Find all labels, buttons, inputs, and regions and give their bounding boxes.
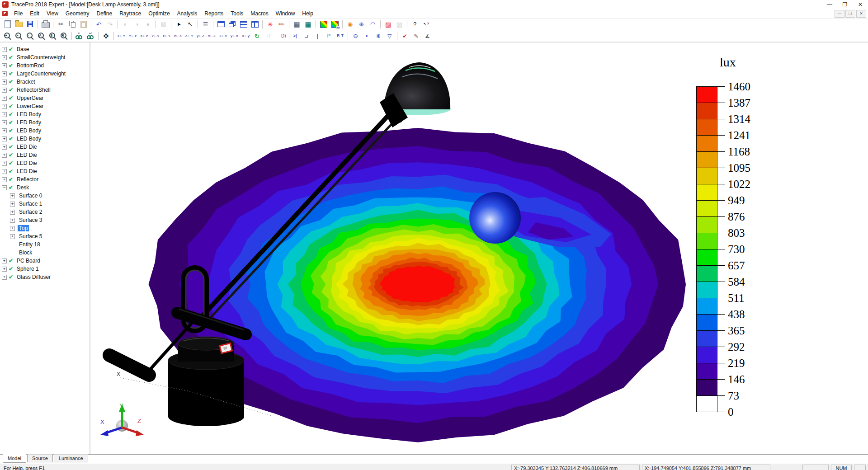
insert-reflector-button[interactable]: ◑: [132, 19, 142, 29]
sphere-object[interactable]: [469, 192, 521, 244]
zoom-in-button[interactable]: +: [2, 31, 13, 41]
tree-item-label[interactable]: LED Die: [15, 152, 38, 158]
restore-button[interactable]: ❐: [837, 0, 853, 9]
tree-item-bottomrod[interactable]: +✔BottomRod: [0, 61, 90, 70]
visibility-check-icon[interactable]: ✔: [9, 136, 15, 142]
tree-expander[interactable]: +: [2, 145, 7, 150]
tree-item-label[interactable]: Reflector: [15, 176, 40, 183]
tree-item-top[interactable]: +Top: [0, 224, 90, 232]
tree-item-block[interactable]: +Block: [0, 249, 90, 257]
view-orient-4-button[interactable]: Y∟x: [150, 31, 160, 41]
paste-button[interactable]: [78, 19, 89, 29]
irradiance-map-button[interactable]: [318, 19, 329, 29]
tree-item-led-die[interactable]: +✔LED Die: [0, 159, 90, 167]
menu-geometry[interactable]: Geometry: [62, 9, 93, 18]
mdi-control-0[interactable]: —: [835, 10, 844, 18]
tile-horizontal-button[interactable]: [238, 19, 249, 29]
zoom-all-button[interactable]: A: [36, 31, 47, 41]
edit-annotate-button[interactable]: ✎: [411, 31, 421, 41]
view-orient-8-button[interactable]: y∟Z: [195, 31, 206, 41]
tree-item-sphere-1[interactable]: +✔Sphere 1: [0, 265, 90, 273]
tree-item-label[interactable]: Surface 0: [18, 193, 43, 199]
tab-model[interactable]: Model: [3, 454, 26, 463]
tree-item-led-body[interactable]: +✔LED Body: [0, 127, 90, 135]
view-orient-3-button[interactable]: X∟z: [139, 31, 149, 41]
visibility-check-icon[interactable]: ✔: [9, 152, 15, 158]
tree-item-label[interactable]: Bracket: [15, 79, 37, 85]
view-orient-10-button[interactable]: Z∟x: [218, 31, 228, 41]
ray-display-1-button[interactable]: D⟩: [278, 31, 289, 41]
zoom-out-button[interactable]: −: [14, 31, 24, 41]
copy-button[interactable]: [67, 19, 77, 29]
save-file-button[interactable]: [25, 19, 35, 29]
grid-map-button[interactable]: ▦: [303, 19, 313, 29]
tree-item-led-body[interactable]: +✔LED Body: [0, 118, 90, 127]
visibility-check-icon[interactable]: ✔: [9, 87, 15, 93]
visibility-check-icon[interactable]: ✔: [9, 119, 15, 126]
tree-item-desk[interactable]: −✔Desk: [0, 183, 90, 192]
tree-expander[interactable]: +: [2, 96, 7, 101]
view-orient-6-button[interactable]: z∟X: [173, 31, 183, 41]
tree-item-label[interactable]: LED Body: [15, 136, 42, 142]
tree-item-led-body[interactable]: +✔LED Body: [0, 135, 90, 143]
tree-expander[interactable]: +: [10, 226, 15, 231]
visibility-check-icon[interactable]: ✔: [9, 266, 15, 272]
tree-item-surface-0[interactable]: +Surface 0: [0, 192, 90, 200]
profile-plot-button[interactable]: ◠: [368, 19, 378, 29]
tree-item-smallcounterweight[interactable]: +✔SmallCounterweight: [0, 53, 90, 61]
tree-item-label[interactable]: Block: [18, 249, 33, 256]
tile-vertical-button[interactable]: [250, 19, 260, 29]
menu-optimize[interactable]: Optimize: [145, 9, 173, 18]
tree-expander[interactable]: +: [2, 120, 7, 125]
tree-item-label[interactable]: ReflectorShell: [15, 87, 52, 93]
tree-item-surface-1[interactable]: +Surface 1: [0, 200, 90, 208]
tree-expander[interactable]: +: [2, 128, 7, 133]
tree-item-led-die[interactable]: +✔LED Die: [0, 151, 90, 159]
tree-expander[interactable]: +: [2, 80, 7, 85]
visibility-check-icon[interactable]: ✔: [9, 274, 15, 280]
tree-item-lowergear[interactable]: +✔LowerGear: [0, 102, 90, 110]
context-help-button[interactable]: ↖?: [421, 19, 431, 29]
visibility-check-icon[interactable]: ✔: [9, 258, 15, 264]
raytrace-start-button[interactable]: ✳: [265, 19, 275, 29]
tree-item-reflector[interactable]: +✔Reflector: [0, 175, 90, 183]
view-orient-5-button[interactable]: z∟Y: [161, 31, 172, 41]
mdi-control-2[interactable]: ✕: [856, 10, 866, 18]
cut-button[interactable]: ✂: [56, 19, 66, 29]
visibility-check-icon[interactable]: ✔: [9, 79, 15, 85]
tree-expander[interactable]: +: [10, 234, 15, 239]
tree-expander[interactable]: +: [10, 193, 15, 198]
zoom-window-button[interactable]: ▫: [25, 31, 35, 41]
tree-item-label[interactable]: SmallCounterweight: [15, 54, 66, 61]
tree-item-pc-board[interactable]: +✔PC Board: [0, 257, 90, 265]
tree-expander[interactable]: +: [2, 136, 7, 141]
minimize-button[interactable]: —: [822, 0, 837, 9]
tab-source[interactable]: Source: [27, 454, 53, 462]
tree-item-label[interactable]: LED Body: [15, 119, 42, 126]
tree-expander[interactable]: −: [2, 185, 7, 190]
tree-expander[interactable]: +: [2, 104, 7, 109]
mdi-control-1[interactable]: ❐: [845, 10, 855, 18]
tree-expander[interactable]: +: [2, 88, 7, 93]
tree-item-surface-2[interactable]: +Surface 2: [0, 208, 90, 216]
visibility-check-icon[interactable]: ✔: [9, 144, 15, 150]
tree-item-uppergear[interactable]: +✔UpperGear: [0, 94, 90, 102]
zoom-selection-button[interactable]: S: [47, 31, 58, 41]
visibility-check-icon[interactable]: ✔: [9, 70, 15, 77]
tree-item-label[interactable]: PC Board: [15, 258, 42, 264]
pick-ray-button[interactable]: ↖: [185, 19, 195, 29]
tree-item-base[interactable]: +✔Base: [0, 45, 90, 53]
irradiance-map-3d-button[interactable]: [330, 19, 340, 29]
tool-section-button[interactable]: ⊖: [350, 31, 361, 41]
hatch-active-button[interactable]: ▨: [383, 19, 393, 29]
visibility-check-icon[interactable]: ✔: [9, 46, 15, 52]
visibility-check-icon[interactable]: ✔: [9, 95, 15, 101]
tree-item-label[interactable]: Surface 1: [18, 201, 43, 207]
tree-expander[interactable]: +: [2, 47, 7, 52]
display-ray-options-button[interactable]: ☰: [200, 19, 211, 29]
tree-expander[interactable]: +: [2, 153, 7, 158]
raytrace-reu-button[interactable]: REU: [276, 19, 287, 29]
menu-window[interactable]: Window: [272, 9, 299, 18]
tree-item-label[interactable]: BottomRod: [15, 62, 45, 69]
tree-expander[interactable]: +: [2, 63, 7, 68]
